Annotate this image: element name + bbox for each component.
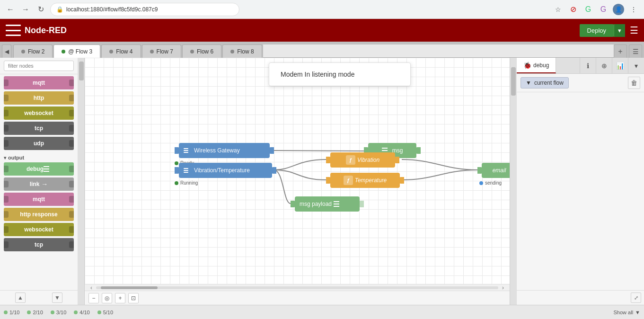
sidebar-node-http-response[interactable]: http response [4,208,74,221]
sidebar-scroll-controls: ▲ ▼ [0,290,78,305]
canvas-right-scrollbar[interactable] [510,58,516,305]
node-wireless-gateway[interactable]: Wireless Gateway Ready [175,143,274,158]
node-label-http: http [34,95,44,101]
tab-flow6[interactable]: Flow 6 [182,44,221,58]
browser-menu-icon[interactable]: ⋮ [628,4,639,15]
tab-label-flow3: @ Flow 3 [68,48,92,55]
sidebar-search-area [0,58,78,74]
sidebar-node-mqtt[interactable]: mqtt [4,76,74,89]
tab-add-button[interactable]: + [614,44,627,58]
node-vibration[interactable]: ƒ Vibration [326,152,399,168]
deploy-dropdown-button[interactable]: ▾ [614,24,625,37]
node-temperature[interactable]: ƒ Temperature [326,173,404,188]
scroll-left-arrow[interactable]: ‹ [87,284,96,291]
address-bar[interactable]: 🔒 localhost:1880/#flow/f8c5fd9c.087c9 [50,3,239,16]
wireless-gateway-body: Wireless Gateway [179,143,270,158]
bottom-dot-2 [27,310,31,314]
rp-tab-debug[interactable]: 🐞 debug [517,58,556,73]
zoom-reset-button[interactable]: ◎ [102,293,112,303]
sidebar-node-udp[interactable]: udp [4,137,74,150]
email-status: sending [479,180,502,186]
forward-button[interactable]: → [20,4,31,15]
tab-flow7[interactable]: Flow 7 [142,44,181,58]
extension-icon1[interactable]: ⊘ [567,4,579,15]
back-button[interactable]: ← [5,4,16,15]
vibtemp-icon [184,168,188,173]
wire-vibtemp-vibration [274,160,326,170]
node-vibration-temp[interactable]: Vibration/Temperature Running [175,163,276,178]
vibtemp-status-label: Running [180,180,198,186]
extension-icon2[interactable]: G [582,4,594,15]
node-label-mqtt: mqtt [33,80,45,86]
sidebar-node-tcp-out[interactable]: tcp [4,238,74,251]
wire-temperature-email [402,170,477,180]
bottom-item-4: 4/10 [74,310,89,315]
canvas[interactable]: Modem In listening mode [85,58,510,284]
delete-debug-button[interactable]: 🗑 [628,77,640,89]
sidebar-node-http[interactable]: http [4,91,74,105]
deploy-label: Deploy [587,27,606,34]
port-left [4,95,9,101]
tab-flow8[interactable]: Flow 8 [222,44,262,58]
reload-button[interactable]: ↻ [35,4,46,15]
sidebar-node-websocket[interactable]: websocket [4,106,74,120]
node-email[interactable]: email ✉ sending [477,163,510,178]
node-label-udp: udp [34,140,44,147]
node-label-tcp-out: tcp [35,241,43,248]
sidebar-node-debug[interactable]: debug [4,162,74,176]
bottom-label-3: 3/10 [56,310,66,315]
tab-label-flow6: Flow 6 [197,48,213,55]
current-flow-button[interactable]: ▼ current flow [520,77,569,89]
app-wrapper: Node-RED Deploy ▾ ☰ ◀ Flow 2 @ Flow 3 Fl… [0,19,644,319]
port-out-vibtemp [272,167,276,174]
port-left [4,181,9,187]
scroll-right-arrow[interactable]: › [498,284,508,291]
left-scrollbar[interactable] [78,58,85,305]
star-icon[interactable]: ☆ [552,4,564,15]
vibtemp-status: Running [175,180,198,186]
show-all-button[interactable]: Show all ▼ [614,310,640,315]
canvas-scrollbar-h[interactable]: ‹ › [85,284,510,291]
bottom-dot-3 [51,310,54,314]
zoom-out-button[interactable]: − [88,293,99,303]
section-chevron-icon: ▾ [4,155,6,160]
sidebar-node-mqtt-out[interactable]: mqtt [4,193,74,206]
sidebar-node-tcp[interactable]: tcp [4,122,74,135]
email-status-label: sending [485,180,502,186]
tab-list-button[interactable]: ☰ [629,44,642,58]
rp-info-btn[interactable]: ℹ [580,58,596,73]
deploy-button[interactable]: Deploy [580,24,614,37]
zoom-in-button[interactable]: + [115,293,125,303]
port-left [4,166,9,172]
expand-panel-button[interactable]: ⤢ [631,292,641,303]
link-arrow-icon: → [41,180,48,188]
sidebar-node-websocket-out[interactable]: websocket [4,223,74,236]
lock-icon: 🔒 [56,6,63,13]
vibtemp-status-dot [175,181,178,185]
sidebar-node-link[interactable]: link → [4,177,74,191]
profile-icon[interactable]: 👤 [613,4,624,15]
rp-chart-btn[interactable]: 📊 [612,58,628,73]
canvas-wires [85,58,510,284]
canvas-controls: − ◎ + ⊡ [85,291,510,305]
tab-flow2[interactable]: Flow 2 [13,44,53,58]
zoom-fit-button[interactable]: ⊡ [128,293,139,303]
scroll-up-button[interactable]: ▲ [15,292,26,303]
tab-flow4[interactable]: Flow 4 [101,44,141,58]
rp-more-btn[interactable]: ▾ [628,58,644,73]
right-panel-header: ▼ current flow 🗑 [517,74,644,92]
rp-add-btn[interactable]: ⊕ [596,58,612,73]
hamburger-menu-button[interactable]: ☰ [630,25,638,36]
tab-flow3[interactable]: @ Flow 3 [53,44,100,58]
port-left [4,125,9,132]
payload-lines-icon [334,201,339,207]
node-msg-payload[interactable]: msg payload [291,196,364,212]
filter-nodes-input[interactable] [4,61,74,71]
extension-icon3[interactable]: G [598,4,609,15]
scroll-down-button[interactable]: ▼ [52,292,62,303]
node-label-debug: debug [26,166,44,172]
port-out-wireless [269,147,274,154]
tabs-nav-left[interactable]: ◀ [2,44,11,58]
top-bar: Node-RED Deploy ▾ ☰ [0,19,644,42]
bottom-item-5: 5/10 [97,310,113,315]
